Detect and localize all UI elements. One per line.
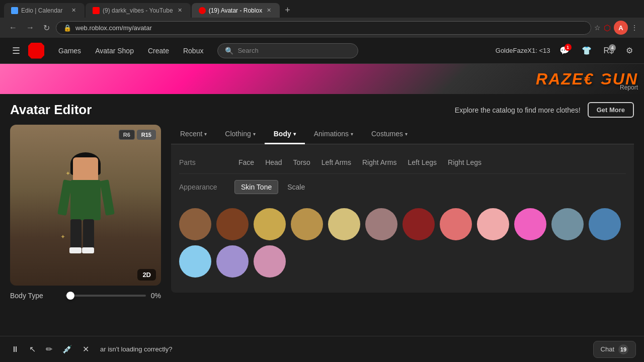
chat-button[interactable]: Chat 19 bbox=[593, 341, 636, 358]
pencil-icon: ✏ bbox=[46, 345, 52, 353]
tab-edio-close[interactable]: ✕ bbox=[70, 7, 77, 14]
settings-button[interactable]: ⚙ bbox=[623, 43, 636, 58]
color-circle-r1-c2[interactable] bbox=[216, 208, 249, 240]
color-circle-r1-c3[interactable] bbox=[254, 208, 286, 240]
color-circle-r3-c3[interactable] bbox=[179, 245, 211, 278]
profile-avatar[interactable]: A bbox=[614, 21, 628, 35]
avatar-feet-left bbox=[69, 247, 82, 253]
r15-button[interactable]: R15 bbox=[137, 130, 156, 140]
explore-row: Explore the catalog to find more clothes… bbox=[171, 102, 634, 118]
star-1: ✦ bbox=[65, 170, 70, 177]
tab-youtube[interactable]: (9) darkk_vibes - YouTube ✕ bbox=[86, 3, 191, 18]
forward-button[interactable]: → bbox=[23, 21, 37, 34]
color-circle-r1-c1[interactable] bbox=[179, 208, 211, 240]
tab-roblox[interactable]: (19) Avatar - Roblox ✕ bbox=[192, 3, 280, 18]
tab-yt-close[interactable]: ✕ bbox=[176, 7, 184, 14]
nav-robux[interactable]: Robux bbox=[177, 43, 209, 59]
slider-thumb[interactable] bbox=[66, 292, 74, 300]
address-bar[interactable]: 🔒 web.roblox.com/my/avatar bbox=[56, 21, 591, 35]
catalog-button[interactable]: 👕 bbox=[579, 43, 595, 58]
eyedropper-button[interactable]: 💉 bbox=[59, 341, 75, 357]
roblox-badge-icon: ⬡ bbox=[604, 23, 611, 33]
reload-button[interactable]: ↻ bbox=[40, 21, 53, 35]
tab-costumes[interactable]: Costumes ▾ bbox=[362, 125, 417, 144]
view-2d-button[interactable]: 2D bbox=[137, 269, 156, 281]
color-circle-r3-c1[interactable] bbox=[551, 208, 584, 240]
part-left-arms[interactable]: Left Arms bbox=[317, 156, 355, 168]
tab-recent[interactable]: Recent ▾ bbox=[171, 125, 216, 144]
pause-button[interactable]: ⏸ bbox=[8, 342, 22, 357]
nav-games[interactable]: Games bbox=[52, 43, 87, 59]
tab-edio-label: Edio | Calendar bbox=[21, 7, 67, 14]
part-face[interactable]: Face bbox=[234, 156, 258, 168]
roblox-favicon bbox=[199, 7, 206, 14]
skin-tone-button[interactable]: Skin Tone bbox=[234, 180, 278, 194]
color-circle-r3-c5[interactable] bbox=[254, 245, 286, 278]
color-circle-r2-c2[interactable] bbox=[403, 208, 435, 240]
search-bar[interactable]: 🔍 Search bbox=[217, 43, 358, 58]
main-content: Avatar Editor R6 R15 ✦ ✦ ✦ bbox=[0, 94, 644, 308]
cursor-button[interactable]: ↖ bbox=[26, 341, 39, 357]
explore-text: Explore the catalog to find more clothes… bbox=[455, 106, 581, 114]
part-torso[interactable]: Torso bbox=[289, 156, 314, 168]
color-circle-r3-c2[interactable] bbox=[589, 208, 621, 240]
avatar-body bbox=[70, 180, 101, 220]
tab-yt-label: (9) darkk_vibes - YouTube bbox=[103, 7, 173, 14]
search-placeholder: Search bbox=[237, 47, 258, 54]
hamburger-icon[interactable]: ☰ bbox=[8, 41, 24, 60]
tab-body-chevron: ▾ bbox=[293, 131, 296, 137]
tab-roblox-close[interactable]: ✕ bbox=[265, 7, 273, 14]
color-circle-r3-c4[interactable] bbox=[216, 245, 249, 278]
avatar-right-arm bbox=[100, 179, 115, 216]
color-circle-r2-c5[interactable] bbox=[514, 208, 546, 240]
close-icon: ✕ bbox=[83, 345, 89, 353]
avatar-left-leg bbox=[70, 219, 82, 249]
search-icon: 🔍 bbox=[225, 47, 233, 55]
scale-button[interactable]: Scale bbox=[281, 180, 311, 194]
color-circle-r2-c3[interactable] bbox=[440, 208, 472, 240]
chat-count: 19 bbox=[618, 344, 628, 354]
robux-button[interactable]: R$ 4 bbox=[601, 43, 617, 58]
banner: RAZE€ GUN Report bbox=[0, 64, 644, 94]
page-title: Avatar Editor bbox=[10, 102, 161, 118]
avatar-right-leg bbox=[83, 219, 94, 249]
address-actions: ☆ ⬡ A ⋮ bbox=[594, 21, 638, 35]
more-options-icon[interactable]: ⋮ bbox=[631, 24, 638, 32]
tab-edio[interactable]: Edio | Calendar ✕ bbox=[4, 3, 85, 18]
part-left-legs[interactable]: Left Legs bbox=[404, 156, 441, 168]
nav-avatar-shop[interactable]: Avatar Shop bbox=[89, 43, 140, 59]
r6-button[interactable]: R6 bbox=[119, 130, 135, 140]
left-panel: Avatar Editor R6 R15 ✦ ✦ ✦ bbox=[10, 102, 161, 300]
color-circle-r1-c4[interactable] bbox=[291, 208, 323, 240]
tab-bar: Edio | Calendar ✕ (9) darkk_vibes - YouT… bbox=[0, 0, 644, 18]
tab-clothing[interactable]: Clothing ▾ bbox=[216, 125, 264, 144]
part-head[interactable]: Head bbox=[261, 156, 286, 168]
avatar-head bbox=[73, 157, 98, 183]
appearance-buttons: Skin Tone Scale bbox=[234, 180, 311, 194]
bottom-toolbar: ⏸ ↖ ✏ 💉 ✕ ar isn't loading correctly? Ch… bbox=[0, 336, 644, 362]
roblox-logo[interactable] bbox=[28, 43, 44, 59]
bookmark-icon[interactable]: ☆ bbox=[594, 24, 601, 32]
part-right-legs[interactable]: Right Legs bbox=[444, 156, 486, 168]
part-right-arms[interactable]: Right Arms bbox=[358, 156, 400, 168]
tab-animations[interactable]: Animations ▾ bbox=[305, 125, 362, 144]
color-circle-r2-c4[interactable] bbox=[477, 208, 509, 240]
chat-label: Chat bbox=[601, 345, 614, 353]
back-button[interactable]: ← bbox=[6, 21, 20, 34]
browser-chrome: Edio | Calendar ✕ (9) darkk_vibes - YouT… bbox=[0, 0, 644, 38]
notifications-button[interactable]: 💬 1 bbox=[556, 43, 573, 58]
get-more-button[interactable]: Get More bbox=[588, 102, 634, 118]
close-toolbar-button[interactable]: ✕ bbox=[79, 341, 92, 357]
color-circle-r2-c1[interactable] bbox=[365, 208, 397, 240]
draw-button[interactable]: ✏ bbox=[43, 341, 55, 357]
notification-badge: 1 bbox=[565, 44, 572, 51]
tab-clothing-label: Clothing bbox=[225, 130, 251, 138]
tab-recent-label: Recent bbox=[180, 130, 202, 138]
nav-links: Games Avatar Shop Create Robux bbox=[52, 43, 209, 59]
color-circle-r1-c5[interactable] bbox=[328, 208, 360, 240]
nav-create[interactable]: Create bbox=[142, 43, 175, 59]
report-link[interactable]: Report bbox=[620, 84, 638, 91]
new-tab-button[interactable]: + bbox=[281, 3, 294, 18]
body-type-slider[interactable] bbox=[65, 295, 146, 297]
tab-body[interactable]: Body ▾ bbox=[265, 125, 305, 144]
